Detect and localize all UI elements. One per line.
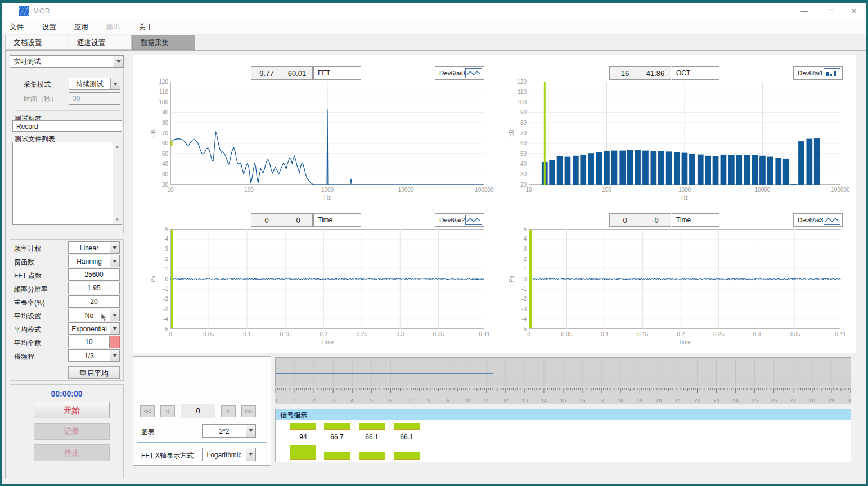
svg-text:-4: -4 — [163, 316, 168, 322]
scroll-down-icon[interactable]: ▼ — [113, 215, 122, 224]
menu-settings[interactable]: 设置 — [34, 20, 64, 34]
svg-text:10: 10 — [464, 397, 470, 403]
menu-application[interactable]: 应用 — [66, 20, 96, 34]
svg-text:10: 10 — [525, 187, 532, 193]
window-func-value: Hanning — [69, 257, 110, 266]
svg-text:20: 20 — [656, 397, 662, 403]
svg-text:0: 0 — [169, 331, 172, 338]
test-file-listbox[interactable]: ▲ ▼ — [12, 142, 122, 225]
freq-weighting-select[interactable]: Linear — [68, 241, 120, 254]
nav-first-button[interactable]: << — [140, 405, 155, 417]
time-chart-ai2[interactable]: -5-4-3-2-101234500.050.10.150.20.250.30.… — [149, 225, 485, 352]
acq-mode-select[interactable]: 持续测试 — [69, 78, 120, 90]
menu-about[interactable]: 关于 — [131, 20, 161, 34]
window-func-select[interactable]: Hanning — [68, 255, 120, 267]
octave-select[interactable]: 1/3 — [68, 349, 120, 362]
time-chart-ai3[interactable]: -5-4-3-2-101234500.050.10.150.20.250.30.… — [507, 225, 842, 352]
avg-count-input[interactable]: 10 — [68, 336, 110, 348]
svg-text:30: 30 — [520, 171, 527, 177]
avg-setting-select[interactable]: No — [68, 309, 120, 321]
oct-chart[interactable]: 2030405060708090100110120101001000100001… — [507, 78, 842, 202]
line-chart-icon — [465, 215, 482, 225]
fft-points-input[interactable]: 25600 — [68, 268, 120, 281]
signal-top-bar — [324, 423, 350, 430]
separator — [137, 442, 267, 443]
svg-text:70: 70 — [520, 130, 527, 136]
svg-text:Pa: Pa — [150, 275, 156, 282]
freq-resolution-input[interactable]: 1.95 — [68, 282, 120, 294]
svg-text:10: 10 — [167, 187, 174, 193]
nav-prev-button[interactable]: < — [160, 405, 175, 417]
fft-axis-mode-select[interactable]: Logarithmic — [202, 448, 256, 461]
scrollbar[interactable]: ▲ ▼ — [113, 142, 122, 224]
svg-text:21: 21 — [675, 397, 681, 403]
svg-text:dB: dB — [509, 129, 515, 137]
svg-text:12: 12 — [503, 397, 509, 403]
signal-level-bar — [359, 452, 385, 460]
chart-layout-value: 2*2 — [203, 427, 246, 435]
svg-text:110: 110 — [518, 89, 527, 95]
record-timeline[interactable]: 0123456789101112131415161718192021222324… — [275, 357, 851, 404]
svg-text:50: 50 — [520, 151, 527, 157]
svg-text:0.25: 0.25 — [357, 331, 368, 338]
overlap-input[interactable]: 20 — [68, 295, 120, 308]
chevron-down-icon — [114, 56, 123, 67]
svg-text:-3: -3 — [163, 306, 168, 312]
nav-last-button[interactable]: >> — [241, 405, 256, 417]
scroll-up-icon[interactable]: ▲ — [113, 142, 122, 151]
tab-document-settings[interactable]: 文档设置 — [5, 35, 68, 50]
svg-text:-5: -5 — [163, 326, 168, 332]
freq-weighting-value: Linear — [69, 244, 110, 252]
svg-text:120: 120 — [517, 79, 527, 85]
avg-setting-label: 平均设置 — [14, 312, 41, 321]
tab-channel-settings[interactable]: 通道设置 — [69, 35, 132, 50]
svg-text:0.2: 0.2 — [677, 331, 685, 338]
chevron-down-icon — [110, 242, 119, 253]
nav-index-box[interactable]: 0 — [181, 404, 215, 418]
tab-data-acquisition[interactable]: 数据采集 — [132, 35, 195, 50]
svg-text:0.05: 0.05 — [203, 331, 214, 338]
svg-text:4: 4 — [351, 397, 354, 403]
avg-mode-select[interactable]: Exponential — [68, 322, 120, 335]
test-mode-select[interactable]: 实时测试 — [10, 55, 124, 68]
tabbar: 文档设置 通道设置 数据采集 — [2, 34, 866, 50]
fft-chart[interactable]: 2030405060708090100110120101001000100001… — [149, 78, 485, 202]
octave-label: 倍频程 — [14, 352, 34, 362]
start-button[interactable]: 开始 — [34, 402, 110, 418]
close-button[interactable]: ✕ — [842, 3, 866, 20]
svg-text:Time: Time — [678, 339, 691, 345]
svg-text:50: 50 — [162, 151, 169, 157]
nav-next-button[interactable]: > — [221, 405, 236, 417]
svg-text:0.3: 0.3 — [753, 331, 761, 338]
svg-text:0.35: 0.35 — [789, 331, 800, 338]
avg-mode-value: Exponential — [69, 325, 110, 333]
svg-text:3: 3 — [523, 246, 527, 252]
svg-text:0.35: 0.35 — [433, 331, 444, 338]
minimize-button[interactable]: — — [792, 3, 817, 20]
svg-text:0.1: 0.1 — [243, 331, 251, 338]
svg-text:60: 60 — [162, 140, 169, 146]
svg-text:0: 0 — [165, 276, 168, 282]
svg-text:10000: 10000 — [398, 187, 414, 193]
svg-text:0.3: 0.3 — [396, 331, 404, 338]
svg-text:100000: 100000 — [831, 187, 850, 193]
maximize-button[interactable]: □ — [818, 3, 843, 20]
menubar: 文件 设置 应用 输出 关于 — [2, 20, 866, 34]
svg-text:120: 120 — [159, 79, 168, 85]
svg-text:0: 0 — [527, 331, 530, 338]
fft-points-label: FFT 点数 — [14, 271, 42, 281]
menu-file[interactable]: 文件 — [2, 20, 32, 34]
svg-text:3: 3 — [332, 397, 335, 403]
chart-layout-select[interactable]: 2*2 — [202, 424, 256, 438]
chevron-down-icon — [246, 448, 255, 461]
svg-text:1: 1 — [165, 266, 168, 272]
svg-text:1: 1 — [293, 397, 296, 403]
svg-text:0.05: 0.05 — [561, 331, 573, 338]
signal-top-bar — [359, 423, 385, 430]
restart-average-button[interactable]: 重启平均 — [68, 366, 120, 379]
svg-text:5: 5 — [370, 397, 373, 403]
svg-text:0: 0 — [275, 397, 277, 403]
svg-text:80: 80 — [520, 120, 527, 126]
fft-axis-mode-value: Logarithmic — [203, 451, 246, 459]
test-label-input[interactable]: Record — [12, 120, 122, 132]
